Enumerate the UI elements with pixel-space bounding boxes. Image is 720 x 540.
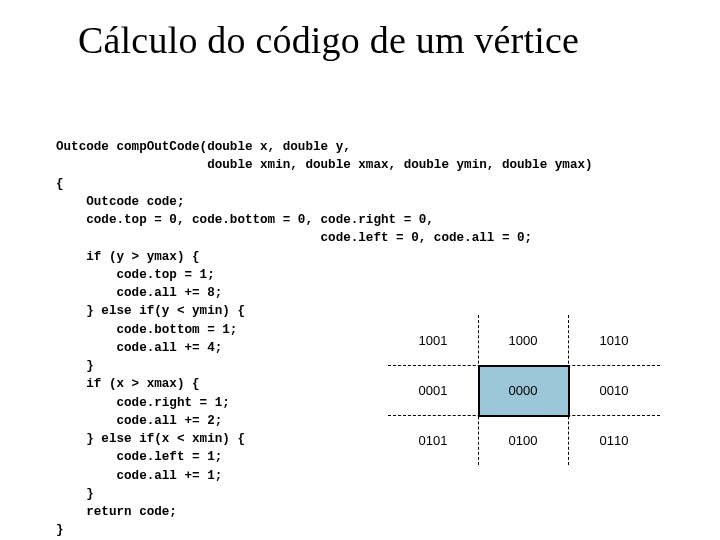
code-line: }	[56, 523, 64, 537]
slide-root: Cálculo do código de um vértice Outcode …	[0, 0, 720, 540]
code-line: return code;	[56, 505, 177, 519]
code-line: code.bottom = 1;	[56, 323, 237, 337]
code-line: code.top = 0, code.bottom = 0, code.righ…	[56, 213, 434, 227]
code-line: if (y > ymax) {	[56, 250, 200, 264]
outcode-left: 0001	[419, 383, 448, 398]
code-line: code.left = 0, code.all = 0;	[56, 231, 532, 245]
outcode-bottom-right: 0110	[600, 433, 629, 448]
code-line: if (x > xmax) {	[56, 377, 200, 391]
outcode-top-left: 1001	[419, 333, 448, 348]
code-line: }	[56, 359, 94, 373]
code-line: code.all += 8;	[56, 286, 222, 300]
code-line: code.all += 4;	[56, 341, 222, 355]
code-line: code.all += 2;	[56, 414, 222, 428]
code-line: } else if(x < xmin) {	[56, 432, 245, 446]
code-line: Outcode compOutCode(double x, double y,	[56, 140, 351, 154]
code-line: {	[56, 177, 64, 191]
outcode-top: 1000	[509, 333, 538, 348]
code-line: code.left = 1;	[56, 450, 222, 464]
outcode-diagram: 1001 1000 1010 0001 0000 0010 0101 0100 …	[388, 315, 660, 465]
code-line: code.right = 1;	[56, 396, 230, 410]
outcode-bottom-left: 0101	[419, 433, 448, 448]
slide-title: Cálculo do código de um vértice	[78, 18, 579, 62]
code-line: Outcode code;	[56, 195, 184, 209]
outcode-center: 0000	[509, 383, 538, 398]
code-line: } else if(y < ymin) {	[56, 304, 245, 318]
outcode-bottom: 0100	[509, 433, 538, 448]
code-line: code.top = 1;	[56, 268, 215, 282]
code-line: code.all += 1;	[56, 469, 222, 483]
code-line: double xmin, double xmax, double ymin, d…	[56, 158, 593, 172]
code-line: }	[56, 487, 94, 501]
outcode-right: 0010	[600, 383, 629, 398]
outcode-top-right: 1010	[600, 333, 629, 348]
